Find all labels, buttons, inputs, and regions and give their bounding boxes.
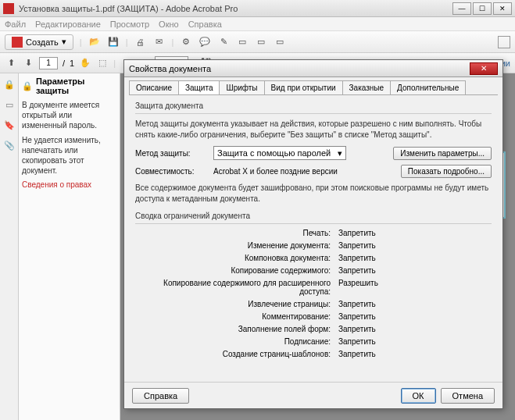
- compat-label: Совместимость:: [135, 167, 209, 176]
- security-panel-heading: Параметры защиты: [36, 77, 116, 95]
- gear-icon[interactable]: ⚙: [180, 36, 192, 48]
- restriction-label: Изменение документа:: [135, 241, 338, 250]
- page-sep: /: [63, 59, 65, 68]
- restriction-label: Заполнение полей форм:: [135, 325, 338, 333]
- hand-icon[interactable]: ✋: [79, 57, 91, 69]
- menu-view[interactable]: Просмотр: [110, 20, 149, 29]
- restriction-value: Запретить: [338, 300, 376, 308]
- restriction-row: Копирование содержимого:Запретить: [135, 266, 492, 275]
- chat-icon[interactable]: 💬: [198, 36, 211, 48]
- tab-security[interactable]: Защита: [178, 80, 220, 94]
- page-total: 1: [70, 59, 74, 68]
- attach-strip-icon[interactable]: 📎: [3, 139, 16, 151]
- restriction-row: Копирование содержимого для расширенного…: [135, 279, 492, 296]
- menu-window[interactable]: Окно: [159, 20, 179, 29]
- restriction-value: Разрешить: [338, 279, 378, 296]
- menubar: Файл Редактирование Просмотр Окно Справк…: [0, 17, 515, 31]
- window-titlebar: Установка защиты-1.pdf (ЗАЩИТА) - Adobe …: [0, 0, 515, 17]
- method-select[interactable]: Защита с помощью паролей▾: [213, 146, 346, 160]
- restriction-row: Печать:Запретить: [135, 229, 492, 237]
- lock-strip-icon[interactable]: 🔒: [3, 78, 16, 91]
- dialog-title: Свойства документа: [129, 64, 470, 73]
- dialog-tabs: Описание Защита Шрифты Вид при открытии …: [124, 77, 502, 94]
- create-icon: [12, 37, 23, 48]
- expand-icon[interactable]: [498, 36, 510, 48]
- restriction-row: Подписание:Запретить: [135, 337, 492, 346]
- maximize-button[interactable]: ☐: [473, 2, 492, 15]
- restriction-value: Запретить: [338, 312, 376, 321]
- restriction-value: Запретить: [338, 241, 376, 250]
- doc3-icon[interactable]: ▭: [274, 36, 286, 48]
- restriction-row: Компоновка документа:Запретить: [135, 254, 492, 262]
- encryption-note: Все содержимое документа будет зашифрова…: [135, 183, 492, 204]
- compat-value: Acrobat X и более поздние версии: [213, 167, 338, 176]
- restriction-label: Создание страниц-шаблонов:: [135, 350, 338, 358]
- edit-icon[interactable]: ✎: [217, 36, 230, 48]
- left-strip: 🔒 ▭ 🔖 📎: [0, 73, 19, 420]
- security-description: Метод защиты документа указывает на дейс…: [135, 119, 492, 140]
- close-button[interactable]: ✕: [493, 2, 512, 15]
- restriction-label: Копирование содержимого для расширенного…: [135, 279, 338, 296]
- tab-custom[interactable]: Заказные: [342, 80, 392, 94]
- save-icon[interactable]: 💾: [107, 36, 120, 48]
- properties-dialog: Свойства документа ✕ Описание Защита Шри…: [123, 59, 503, 409]
- dropdown-icon: ▾: [62, 37, 66, 47]
- chevron-down-icon: ▾: [338, 148, 342, 158]
- restriction-row: Создание страниц-шаблонов:Запретить: [135, 350, 492, 358]
- restriction-value: Запретить: [338, 337, 376, 346]
- help-button[interactable]: Справка: [132, 388, 189, 404]
- rights-link[interactable]: Сведения о правах: [22, 180, 116, 189]
- dialog-titlebar: Свойства документа ✕: [124, 60, 502, 77]
- section-restrictions-label: Сводка ограничений документа: [135, 212, 492, 220]
- tab-fonts[interactable]: Шрифты: [219, 80, 264, 94]
- tab-advanced[interactable]: Дополнительные: [390, 80, 466, 94]
- toolbar-main: Создать ▾ | 📂 💾 | 🖨 ✉ | ⚙ 💬 ✎ ▭ ▭ ▭: [0, 31, 515, 53]
- menu-edit[interactable]: Редактирование: [35, 20, 101, 29]
- create-label: Создать: [26, 37, 59, 47]
- ok-button[interactable]: ОК: [401, 388, 436, 404]
- print-icon[interactable]: 🖨: [134, 36, 147, 48]
- security-panel: 🔒 Параметры защиты В документе имеется о…: [19, 73, 120, 420]
- restriction-value: Запретить: [338, 229, 376, 237]
- cancel-button[interactable]: Отмена: [441, 388, 495, 404]
- bookmark-strip-icon[interactable]: 🔖: [3, 119, 16, 131]
- method-label: Метод защиты:: [135, 149, 209, 158]
- create-button[interactable]: Создать ▾: [5, 34, 73, 50]
- select-icon[interactable]: ⬚: [96, 57, 109, 69]
- dialog-body: Защита документа Метод защиты документа …: [129, 94, 498, 382]
- menu-help[interactable]: Справка: [188, 20, 222, 29]
- security-panel-text1: В документе имеется открытый или изменен…: [22, 100, 116, 130]
- window-title: Установка защиты-1.pdf (ЗАЩИТА) - Adobe …: [19, 4, 452, 13]
- app-icon: [3, 3, 14, 14]
- menu-file[interactable]: Файл: [5, 20, 26, 29]
- page-down-icon[interactable]: ⬇: [22, 57, 34, 69]
- restriction-label: Подписание:: [135, 337, 338, 346]
- restriction-label: Компоновка документа:: [135, 254, 338, 262]
- dialog-footer: Справка ОК Отмена: [124, 382, 502, 408]
- tab-description[interactable]: Описание: [129, 80, 179, 94]
- restriction-value: Запретить: [338, 266, 376, 275]
- doc2-icon[interactable]: ▭: [255, 36, 267, 48]
- restriction-row: Заполнение полей форм:Запретить: [135, 325, 492, 333]
- restriction-value: Запретить: [338, 325, 376, 333]
- restriction-value: Запретить: [338, 254, 376, 262]
- pages-strip-icon[interactable]: ▭: [3, 98, 16, 111]
- security-panel-text2: Не удается изменить, напечатать или скоп…: [22, 135, 116, 176]
- restriction-row: Извлечение страницы:Запретить: [135, 300, 492, 308]
- show-details-button[interactable]: Показать подробно...: [401, 165, 492, 178]
- restriction-row: Комментирование:Запретить: [135, 312, 492, 321]
- page-up-icon[interactable]: ⬆: [5, 57, 17, 69]
- open-icon[interactable]: 📂: [88, 36, 101, 48]
- lock-icon: 🔒: [22, 81, 33, 91]
- change-params-button[interactable]: Изменить параметры...: [393, 147, 492, 160]
- page-input[interactable]: [39, 57, 58, 69]
- minimize-button[interactable]: —: [452, 2, 471, 15]
- tab-initialview[interactable]: Вид при открытии: [264, 80, 343, 94]
- restriction-label: Копирование содержимого:: [135, 266, 338, 275]
- doc1-icon[interactable]: ▭: [236, 36, 249, 48]
- section-security-label: Защита документа: [135, 101, 492, 110]
- restriction-label: Комментирование:: [135, 312, 338, 321]
- mail-icon[interactable]: ✉: [153, 36, 166, 48]
- restriction-row: Изменение документа:Запретить: [135, 241, 492, 250]
- dialog-close-button[interactable]: ✕: [470, 62, 498, 75]
